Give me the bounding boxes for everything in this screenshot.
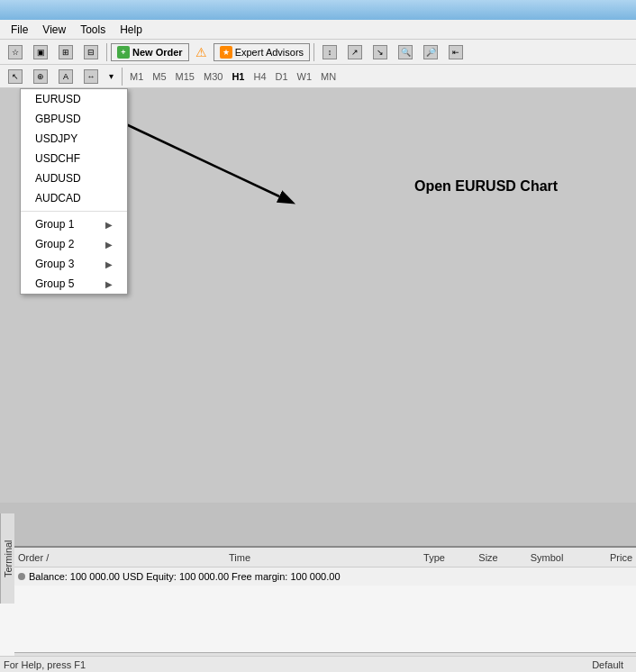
dropdown-usdchf[interactable]: USDCHF	[21, 149, 127, 168]
toolbar-icon-4: ⊟	[84, 45, 98, 59]
toolbar-warning-btn[interactable]: ⚠	[191, 42, 212, 62]
dropdown-group5[interactable]: Group 5 ▶	[21, 274, 127, 294]
bottom-panel: Order / Time Type Size Symbol Price Bala…	[0, 546, 636, 672]
help-text: For Help, press F1	[4, 659, 86, 670]
col-order: Order /	[18, 552, 72, 563]
toolbar-icon-7: ↘	[373, 45, 387, 59]
col-symbol: Symbol	[515, 552, 578, 563]
expert-icon: ★	[220, 46, 232, 59]
toolbar-sep-2	[313, 43, 314, 61]
toolbar-icon-3: ⊞	[59, 45, 73, 59]
dropdown-group1[interactable]: Group 1 ▶	[21, 214, 127, 234]
toolbar-icon-5: ↕	[323, 45, 337, 59]
new-order-icon: +	[117, 46, 130, 59]
toolbar-sep-3	[122, 68, 123, 86]
main-chart-area: EURUSD GBPUSD USDJPY USDCHF AUDUSD AUDCA…	[0, 88, 636, 503]
tf-h4[interactable]: H4	[250, 70, 269, 83]
toolbar-btn-4[interactable]: ⊟	[79, 42, 103, 62]
group2-arrow: ▶	[105, 240, 113, 250]
terminal-label[interactable]: Terminal	[0, 513, 14, 604]
drawing-btn-2[interactable]: ⊕	[29, 67, 52, 86]
drawing-icon-2: ⊕	[33, 69, 48, 84]
toolbar-icon-8: 🔍	[398, 45, 413, 59]
toolbar: ☆ ▣ ⊞ ⊟ + New Order ⚠ ★ Expert Advisors …	[0, 40, 636, 65]
tf-h1[interactable]: H1	[228, 70, 248, 83]
dropdown-group3[interactable]: Group 3 ▶	[21, 254, 127, 274]
toolbar-btn-1[interactable]: ☆	[4, 42, 27, 62]
symbol-dropdown: EURUSD GBPUSD USDJPY USDCHF AUDUSD AUDCA…	[20, 88, 128, 295]
expert-advisors-button[interactable]: ★ Expert Advisors	[214, 43, 310, 61]
dropdown-audcad[interactable]: AUDCAD	[21, 188, 127, 208]
col-type: Type	[407, 552, 461, 563]
toolbar-icon-10: ⇤	[449, 45, 463, 59]
group1-arrow: ▶	[105, 220, 113, 230]
new-order-button[interactable]: + New Order	[111, 43, 189, 61]
toolbar-btn-5[interactable]: ↕	[318, 42, 341, 62]
menu-tools[interactable]: Tools	[73, 22, 113, 38]
annotation-arrow	[81, 115, 532, 295]
toolbar-icon-6: ↗	[348, 45, 362, 59]
status-bar: For Help, press F1 Default	[0, 656, 636, 672]
toolbar-btn-3[interactable]: ⊞	[54, 42, 77, 62]
dropdown-group2[interactable]: Group 2 ▶	[21, 234, 127, 254]
col-time: Time	[72, 552, 407, 563]
svg-line-0	[126, 124, 279, 196]
drawing-btn-3[interactable]: A	[54, 67, 77, 86]
menu-view[interactable]: View	[35, 22, 73, 38]
tf-m5[interactable]: M5	[149, 70, 169, 83]
balance-dot	[18, 573, 25, 580]
group3-arrow: ▶	[105, 259, 113, 269]
warning-icon: ⚠	[195, 45, 207, 59]
balance-text: Balance: 100 000.00 USD Equity: 100 000.…	[29, 571, 341, 582]
toolbar-sep-1	[106, 43, 107, 61]
toolbar-icon-1: ☆	[8, 45, 23, 59]
menu-file[interactable]: File	[4, 22, 35, 38]
group5-arrow: ▶	[105, 279, 113, 289]
toolbar-icon-2: ▣	[33, 45, 48, 59]
tf-m15[interactable]: M15	[172, 70, 198, 83]
drawing-icon-1: ↖	[8, 69, 23, 84]
balance-row: Balance: 100 000.00 USD Equity: 100 000.…	[14, 568, 636, 586]
dropdown-indicator: ▾	[109, 71, 114, 81]
menu-help[interactable]: Help	[113, 22, 150, 38]
col-size: Size	[461, 552, 515, 563]
toolbar2: ↖ ⊕ A ↔ ▾ M1 M5 M15 M30 H1 H4 D1 W1 MN	[0, 65, 636, 88]
table-header: Order / Time Type Size Symbol Price	[14, 548, 636, 568]
dropdown-audusd[interactable]: AUDUSD	[21, 168, 127, 188]
tf-d1[interactable]: D1	[272, 70, 292, 83]
drawing-btn-1[interactable]: ↖	[4, 67, 27, 86]
bottom-content: Order / Time Type Size Symbol Price Bala…	[14, 548, 636, 672]
tf-m30[interactable]: M30	[200, 70, 226, 83]
expert-label: Expert Advisors	[235, 47, 304, 58]
menu-bar: File View Tools Help	[0, 20, 636, 40]
toolbar-btn-9[interactable]: 🔎	[419, 42, 442, 62]
drawing-btn-5[interactable]: ▾	[104, 67, 118, 86]
dropdown-sep	[21, 211, 127, 212]
dropdown-eurusd[interactable]: EURUSD	[21, 89, 127, 109]
toolbar-btn-2[interactable]: ▣	[29, 42, 52, 62]
dropdown-gbpusd[interactable]: GBPUSD	[21, 109, 127, 129]
drawing-icon-3: A	[59, 69, 73, 84]
dropdown-usdjpy[interactable]: USDJPY	[21, 129, 127, 149]
toolbar-icon-9: 🔎	[423, 45, 438, 59]
col-price: Price	[578, 552, 632, 563]
default-text: Default	[592, 659, 632, 670]
title-bar	[0, 0, 636, 20]
toolbar-btn-8[interactable]: 🔍	[394, 42, 417, 62]
annotation-text: Open EURUSD Chart	[414, 178, 558, 195]
tf-w1[interactable]: W1	[294, 70, 316, 83]
drawing-btn-4[interactable]: ↔	[79, 67, 103, 86]
toolbar-btn-7[interactable]: ↘	[368, 42, 392, 62]
drawing-icon-4: ↔	[84, 69, 98, 84]
toolbar-btn-10[interactable]: ⇤	[444, 42, 468, 62]
new-order-label: New Order	[132, 47, 183, 58]
tf-m1[interactable]: M1	[126, 70, 147, 83]
tf-mn[interactable]: MN	[317, 70, 340, 83]
toolbar-btn-6[interactable]: ↗	[343, 42, 367, 62]
